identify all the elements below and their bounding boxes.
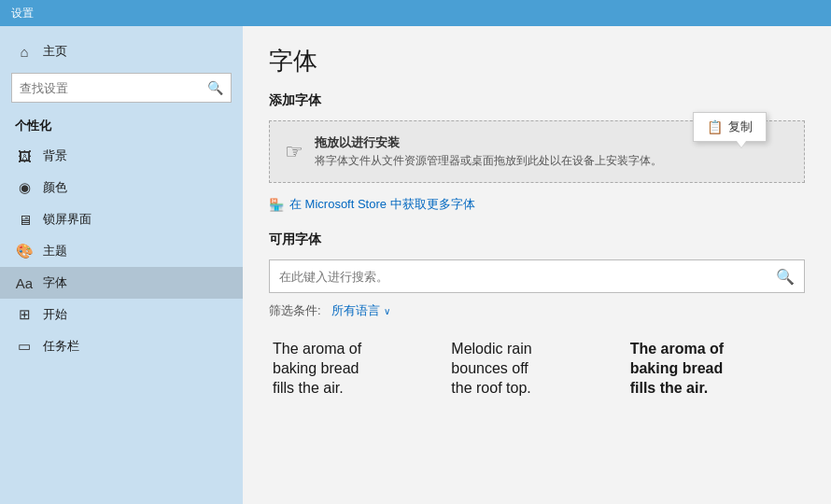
sidebar-item-color[interactable]: ◉ 颜色	[0, 172, 243, 203]
sidebar-item-taskbar-label: 任务栏	[43, 338, 79, 355]
filter-row: 筛选条件: 所有语言 ∨	[269, 302, 805, 319]
lockscreen-icon: 🖥	[15, 212, 34, 228]
theme-icon: 🎨	[15, 243, 34, 259]
tooltip: 📋 复制	[693, 112, 767, 142]
fonts-search-input[interactable]	[279, 270, 776, 284]
store-link-label: 在 Microsoft Store 中获取更多字体	[289, 196, 475, 213]
start-icon: ⊞	[15, 306, 34, 323]
sidebar: ⌂ 主页 🔍 个性化 🖼 背景 ◉ 颜色 🖥 锁屏界面 🎨 主题 Aa	[0, 26, 243, 504]
filter-label: 筛选条件:	[269, 302, 321, 319]
sidebar-item-home-label: 主页	[43, 43, 67, 60]
top-bar-label: 设置	[11, 6, 34, 21]
font-preview-2: Melodic rainbounces offthe roof top.	[447, 332, 626, 405]
filter-value[interactable]: 所有语言	[331, 302, 380, 319]
drop-zone-main-text: 拖放以进行安装	[315, 134, 662, 151]
font-preview-1-text: The aroma ofbaking breadfills the air.	[273, 340, 444, 398]
sidebar-item-start-label: 开始	[43, 306, 67, 323]
sidebar-search-container: 🔍	[11, 73, 232, 103]
font-icon: Aa	[15, 275, 34, 291]
tooltip-label: 复制	[728, 119, 753, 135]
sidebar-item-background-label: 背景	[43, 147, 67, 164]
drop-zone[interactable]: ☞ 拖放以进行安装 将字体文件从文件资源管理器或桌面拖放到此处以在设备上安装字体…	[269, 120, 805, 183]
taskbar-icon: ▭	[15, 338, 34, 355]
background-icon: 🖼	[15, 148, 34, 164]
font-preview-1: The aroma ofbaking breadfills the air.	[269, 332, 447, 405]
filter-chevron-icon: ∨	[384, 306, 390, 316]
sidebar-item-background[interactable]: 🖼 背景	[0, 140, 243, 172]
sidebar-item-font-label: 字体	[43, 274, 67, 291]
font-preview-3: The aroma ofbaking breadfills the air.	[627, 332, 805, 405]
home-icon: ⌂	[15, 44, 34, 60]
drag-icon: ☞	[285, 140, 303, 164]
sidebar-section-label: 个性化	[0, 112, 243, 140]
sidebar-item-taskbar[interactable]: ▭ 任务栏	[0, 330, 243, 362]
sidebar-item-start[interactable]: ⊞ 开始	[0, 299, 243, 330]
fonts-search-container: 🔍	[269, 259, 805, 293]
fonts-search-icon: 🔍	[776, 268, 795, 286]
sidebar-search-input[interactable]	[20, 81, 207, 95]
main-layout: ⌂ 主页 🔍 个性化 🖼 背景 ◉ 颜色 🖥 锁屏界面 🎨 主题 Aa	[0, 26, 831, 504]
drop-zone-text: 拖放以进行安装 将字体文件从文件资源管理器或桌面拖放到此处以在设备上安装字体。	[315, 134, 662, 169]
page-title: 字体	[269, 45, 805, 77]
sidebar-item-lockscreen[interactable]: 🖥 锁屏界面	[0, 203, 243, 235]
color-icon: ◉	[15, 179, 34, 196]
sidebar-item-theme-label: 主题	[43, 243, 67, 259]
sidebar-item-home[interactable]: ⌂ 主页	[0, 35, 243, 67]
store-icon: 🏪	[269, 198, 284, 212]
drop-zone-sub-text: 将字体文件从文件资源管理器或桌面拖放到此处以在设备上安装字体。	[315, 153, 662, 169]
main-content: 字体 添加字体 ☞ 拖放以进行安装 将字体文件从文件资源管理器或桌面拖放到此处以…	[243, 26, 831, 504]
sidebar-search-icon: 🔍	[207, 80, 223, 95]
font-preview-3-text: The aroma ofbaking breadfills the air.	[630, 340, 801, 398]
add-font-section-title: 添加字体	[269, 92, 805, 109]
sidebar-item-font[interactable]: Aa 字体	[0, 267, 243, 299]
sidebar-item-lockscreen-label: 锁屏界面	[43, 211, 92, 228]
copy-icon: 📋	[707, 119, 723, 134]
sidebar-item-color-label: 颜色	[43, 179, 67, 196]
store-link[interactable]: 🏪 在 Microsoft Store 中获取更多字体	[269, 196, 805, 213]
sidebar-item-theme[interactable]: 🎨 主题	[0, 235, 243, 267]
top-bar: 设置	[0, 0, 831, 26]
font-previews: The aroma ofbaking breadfills the air. M…	[269, 332, 805, 405]
font-preview-2-text: Melodic rainbounces offthe roof top.	[451, 340, 622, 398]
available-fonts-section-title: 可用字体	[269, 231, 805, 248]
